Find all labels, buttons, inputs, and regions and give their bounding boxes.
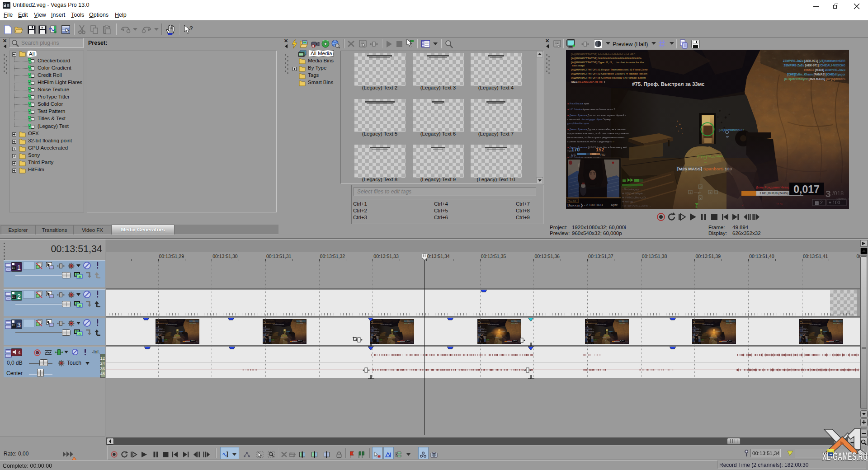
svg-text:XL-GAMES.RU: XL-GAMES.RU xyxy=(822,450,868,462)
